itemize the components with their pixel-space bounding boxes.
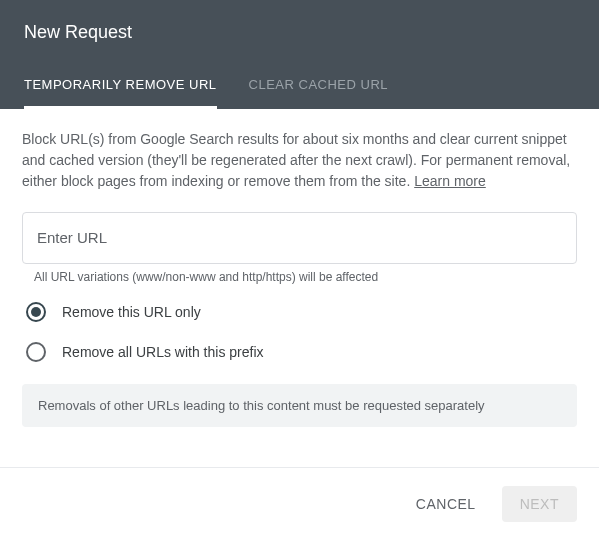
tabs: TEMPORARILY REMOVE URL CLEAR CACHED URL — [24, 67, 575, 109]
learn-more-link[interactable]: Learn more — [414, 173, 486, 189]
radio-remove-prefix[interactable]: Remove all URLs with this prefix — [22, 342, 577, 362]
url-input-container[interactable] — [22, 212, 577, 264]
url-input-helper: All URL variations (www/non-www and http… — [34, 270, 577, 284]
description-body: Block URL(s) from Google Search results … — [22, 131, 570, 189]
tab-temporarily-remove[interactable]: TEMPORARILY REMOVE URL — [24, 67, 217, 109]
url-input[interactable] — [37, 229, 562, 246]
radio-label: Remove this URL only — [62, 304, 201, 320]
radio-icon — [26, 342, 46, 362]
info-banner: Removals of other URLs leading to this c… — [22, 384, 577, 427]
dialog-content: Block URL(s) from Google Search results … — [0, 109, 599, 447]
dialog-header: New Request TEMPORARILY REMOVE URL CLEAR… — [0, 0, 599, 109]
radio-icon — [26, 302, 46, 322]
radio-label: Remove all URLs with this prefix — [62, 344, 264, 360]
next-button[interactable]: NEXT — [502, 486, 577, 522]
tab-clear-cached[interactable]: CLEAR CACHED URL — [249, 67, 388, 109]
cancel-button[interactable]: CANCEL — [406, 488, 486, 520]
description-text: Block URL(s) from Google Search results … — [22, 129, 577, 192]
dialog-footer: CANCEL NEXT — [0, 468, 599, 536]
radio-remove-url-only[interactable]: Remove this URL only — [22, 302, 577, 322]
dialog-title: New Request — [24, 22, 575, 43]
